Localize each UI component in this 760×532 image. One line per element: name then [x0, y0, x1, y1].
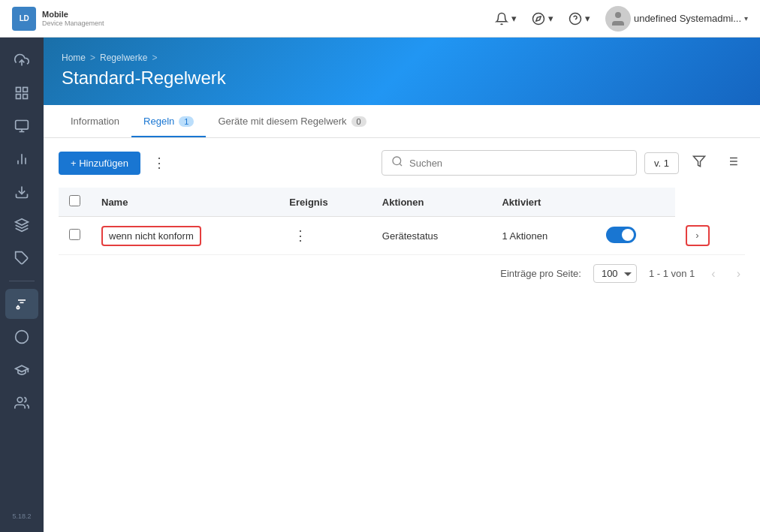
row-ereignis-value: Gerätestatus — [382, 230, 438, 242]
sidebar-item-download[interactable] — [5, 177, 38, 207]
navbar-actions: ▾ ▾ ▾ undefined Systemadm — [495, 6, 748, 32]
main-layout: 5.18.2 Home > Regelwerke > Standard-Rege… — [0, 38, 760, 532]
tab-information[interactable]: Information — [59, 105, 131, 137]
svg-point-22 — [17, 306, 19, 308]
svg-marker-1 — [536, 16, 541, 20]
sidebar-item-monitor[interactable] — [5, 111, 38, 141]
filter-active-icon — [14, 296, 29, 311]
row-checkbox[interactable] — [69, 229, 80, 240]
svg-point-26 — [393, 157, 401, 165]
help-icon — [568, 12, 582, 26]
entries-label: Einträge pro Seite: — [500, 268, 581, 279]
bell-chevron: ▾ — [511, 13, 517, 24]
table-footer: Einträge pro Seite: 10 25 50 100 1 - 1 v… — [59, 255, 745, 286]
more-options-button[interactable]: ⋮ — [148, 152, 170, 174]
header-name: Name — [91, 188, 279, 217]
page-content: + Hinzufügen ⋮ v. 1 — [44, 138, 760, 532]
row-ereignis-cell: Gerätestatus — [372, 217, 492, 255]
sidebar-divider — [9, 281, 35, 281]
help-button[interactable]: ▾ — [568, 12, 590, 26]
sidebar-item-graduation[interactable] — [5, 355, 38, 385]
row-aktionen-value: 1 Aktionen — [502, 230, 547, 242]
app-title: Mobile — [42, 10, 104, 20]
avatar — [605, 6, 631, 32]
page-title: Standard-Regelwerk — [62, 68, 742, 89]
row-detail-button[interactable]: › — [686, 225, 710, 246]
breadcrumb-regelwerke[interactable]: Regelwerke — [100, 53, 147, 63]
svg-rect-9 — [17, 95, 21, 99]
app-version: 5.18.2 — [12, 512, 31, 524]
list-icon — [725, 155, 739, 168]
sidebar-item-chart[interactable] — [5, 144, 38, 174]
filter-icon — [692, 155, 706, 168]
search-box — [382, 150, 637, 176]
search-icon — [391, 155, 403, 170]
filter-button[interactable] — [686, 152, 712, 174]
circle-icon — [14, 329, 29, 344]
sidebar-item-circle[interactable] — [5, 322, 38, 352]
table-row: wenn nicht konform ⋮ Gerätestatus 1 Akti… — [59, 217, 745, 255]
header-actions-col — [596, 188, 675, 217]
breadcrumb: Home > Regelwerke > — [62, 53, 742, 63]
breadcrumb-home[interactable]: Home — [62, 53, 86, 63]
select-all-checkbox[interactable] — [69, 195, 80, 206]
sidebar-item-upload[interactable] — [5, 45, 38, 75]
tag-icon — [14, 251, 29, 266]
version-badge: v. 1 — [644, 152, 679, 174]
tab-geraete[interactable]: Geräte mit diesem Regelwerk 0 — [206, 105, 378, 137]
navbar: LD Mobile Device Management ▾ ▾ — [0, 0, 760, 38]
header-ereignis: Ereignis — [279, 188, 372, 217]
app-logo: LD — [12, 7, 36, 31]
row-arrow-cell: › — [675, 217, 746, 255]
tab-information-label: Information — [71, 116, 119, 127]
tab-geraete-badge: 0 — [351, 116, 366, 127]
tab-geraete-label: Geräte mit diesem Regelwerk — [218, 116, 346, 127]
svg-line-27 — [400, 164, 402, 166]
svg-rect-7 — [23, 88, 28, 92]
graduation-icon — [14, 362, 29, 377]
sidebar-item-layers[interactable] — [5, 210, 38, 240]
grid-icon — [14, 86, 29, 101]
content-area: Home > Regelwerke > Standard-Regelwerk I… — [44, 38, 760, 532]
rules-table: Name Ereignis Aktionen Aktiviert wenn ni… — [59, 188, 745, 255]
next-page-button[interactable]: › — [732, 266, 745, 282]
navbar-logo: LD Mobile Device Management — [12, 7, 104, 31]
entries-per-page-select[interactable]: 10 25 50 100 — [593, 264, 637, 283]
svg-rect-8 — [23, 95, 28, 99]
breadcrumb-sep2: > — [152, 53, 157, 63]
prev-page-button[interactable]: ‹ — [707, 266, 719, 282]
monitor-icon — [14, 119, 29, 134]
user-label: undefined Systemadmi... — [634, 13, 741, 24]
pagination-info: 1 - 1 von 1 — [649, 268, 695, 279]
user-menu[interactable]: undefined Systemadmi... ▾ — [605, 6, 748, 32]
add-button[interactable]: + Hinzufügen — [59, 152, 140, 175]
app-subtitle: Device Management — [42, 20, 104, 27]
users-icon — [14, 395, 29, 410]
toolbar: + Hinzufügen ⋮ v. 1 — [59, 150, 745, 176]
sidebar-item-filter[interactable] — [5, 289, 38, 319]
row-name-cell: wenn nicht konform — [91, 217, 279, 255]
tab-regeln-label: Regeln — [143, 116, 174, 127]
search-svg — [391, 155, 403, 167]
row-name-value: wenn nicht konform — [101, 226, 201, 246]
sidebar-item-grid[interactable] — [5, 78, 38, 108]
upload-icon — [14, 53, 29, 68]
compass-chevron: ▾ — [548, 13, 553, 24]
svg-point-0 — [532, 13, 544, 24]
sidebar-item-users[interactable] — [5, 388, 38, 418]
bell-button[interactable]: ▾ — [495, 12, 517, 26]
row-more-button[interactable]: ⋮ — [289, 224, 312, 247]
avatar-icon — [609, 10, 627, 28]
svg-point-24 — [16, 331, 29, 344]
search-input[interactable] — [409, 158, 627, 169]
row-dots-cell: ⋮ — [279, 217, 372, 255]
list-view-button[interactable] — [719, 152, 745, 174]
tab-regeln-badge: 1 — [179, 116, 194, 127]
sidebar-item-tag[interactable] — [5, 243, 38, 273]
aktiviert-toggle[interactable] — [606, 227, 636, 243]
compass-button[interactable]: ▾ — [532, 12, 553, 26]
tab-regeln[interactable]: Regeln 1 — [131, 105, 206, 137]
header-banner: Home > Regelwerke > Standard-Regelwerk — [44, 38, 760, 105]
svg-marker-28 — [694, 156, 705, 167]
row-aktionen-cell: 1 Aktionen — [491, 217, 595, 255]
